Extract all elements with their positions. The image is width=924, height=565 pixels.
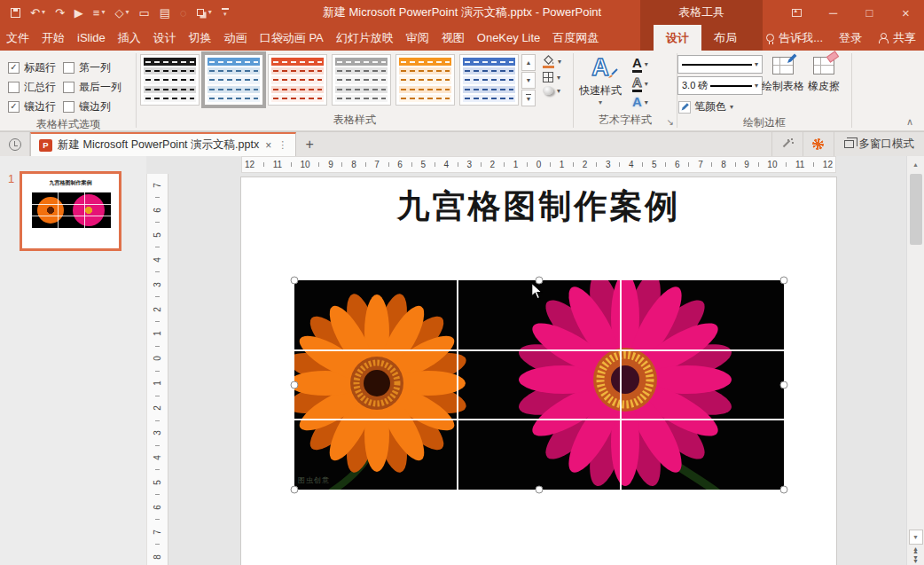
tab-口袋动画 PA[interactable]: 口袋动画 PA [254,25,330,51]
gallery-down-button[interactable]: ▼ [521,72,536,89]
tab-视图[interactable]: 视图 [435,25,471,51]
checkbox-第一列[interactable]: 第一列 [63,58,121,77]
checkbox-最后一列[interactable]: 最后一列 [63,77,121,97]
quick-styles-button[interactable]: A 快速样式 ▾ [574,54,627,106]
minimize-button[interactable]: ─ [815,0,851,25]
undo-button[interactable]: ↶▾ [30,7,45,19]
tab-OneKey Lite[interactable]: OneKey Lite [471,25,547,51]
tab-开始[interactable]: 开始 [35,25,71,51]
tab-设计[interactable]: 设计 [654,25,701,51]
selection-handle[interactable] [291,381,299,389]
checkbox-icon [63,82,74,93]
pen-color-button[interactable]: 笔颜色 ▾ [677,99,763,114]
table-style-orange[interactable] [395,54,455,106]
document-tab[interactable]: P 新建 Microsoft PowerPoint 演示文稿.pptx × ⋮ [30,132,296,156]
checkbox-icon [63,101,74,113]
gallery-up-button[interactable]: ▲ [521,54,536,71]
tab-审阅[interactable]: 审阅 [400,25,435,51]
table-grid-line [620,280,622,490]
pen-style-dropdown[interactable]: ▾ [677,55,763,74]
ribbon-display-options-button[interactable] [779,0,815,25]
table-style-blue[interactable] [459,54,519,106]
save-button[interactable] [11,8,20,18]
tab-动画[interactable]: 动画 [218,25,254,51]
redo-button[interactable]: ↷ [55,7,65,19]
pen-color-icon [678,101,691,114]
borders-button[interactable]: ▾ [543,72,561,82]
ruler-number: 3 [606,160,611,169]
shapes-button[interactable]: ◇▾ [114,7,129,19]
list-tool-button[interactable]: ≡▾ [93,7,106,19]
text-outline-button[interactable]: A▾ [632,75,648,92]
tab-设计[interactable]: 设计 [147,25,183,51]
table-style-gray[interactable] [332,54,391,106]
shading-button[interactable]: ▾ [543,55,561,68]
checkbox-汇总行[interactable]: 汇总行 [8,77,56,97]
scroll-up-button[interactable]: ▲ [908,156,924,172]
magic-wand-button[interactable] [771,132,803,156]
scroll-down-button[interactable]: ▼ [909,530,923,545]
draw-table-button[interactable]: 绘制表格 [763,54,803,94]
ruler-number: 4 [153,455,162,460]
group-divider [851,53,852,128]
slide-title-textbox[interactable]: 九宫格图制作案例 [241,184,836,229]
ruler-number: 2 [153,405,162,411]
selection-handle[interactable] [536,486,544,494]
table-style-blue-light[interactable] [204,54,263,106]
tab-百度网盘[interactable]: 百度网盘 [546,25,605,51]
text-fill-icon: A [632,56,642,73]
slide-thumbnail[interactable]: 九宫格图制作案例 [20,171,121,251]
table-style-orange-red[interactable] [268,54,327,106]
selected-table[interactable]: 图虫创意 [294,280,784,490]
selection-handle[interactable] [780,277,788,285]
tab-文件[interactable]: 文件 [0,25,35,51]
selection-handle[interactable] [780,486,788,494]
new-tab-button[interactable]: + [296,132,323,156]
tab-iSlide[interactable]: iSlide [71,25,112,51]
previous-slide-button[interactable]: ▲▲ [912,547,919,554]
selection-handle[interactable] [291,277,299,285]
selection-handle[interactable] [780,381,788,389]
quick-access-toolbar: ↶▾ ↷ ▶ ≡▾ ◇▾ ▭ ▤ ◌ ▾ ▾ [0,0,229,25]
sign-in-button[interactable]: 登录 [831,25,870,51]
tab-幻灯片放映[interactable]: 幻灯片放映 [330,25,400,51]
dialog-launcher-icon[interactable]: ↘ [667,117,674,127]
share-button[interactable]: 共享 [870,25,924,51]
checkbox-镶边列[interactable]: 镶边列 [63,97,121,116]
eraser-button[interactable]: 橡皮擦 [803,54,844,94]
tab-bar-right: 多窗口模式 [771,132,924,156]
arrange-button[interactable]: ▾ [197,9,212,16]
tell-me-button[interactable]: 告诉我... [758,25,831,51]
group-draw-borders: ▾ 3.0 磅▾ 笔颜色 ▾ 绘制表格 橡皮擦 绘制边框 [677,51,851,130]
checkbox-标题行[interactable]: ✓标题行 [8,58,56,77]
tab-more-icon[interactable]: ⋮ [278,139,287,151]
selection-handle[interactable] [291,486,299,494]
collapse-ribbon-button[interactable]: ∧ [906,116,913,128]
history-button[interactable] [0,132,30,156]
tab-插入[interactable]: 插入 [112,25,147,51]
scrollbar-thumb[interactable] [910,174,922,245]
dotted-circle-icon: ◌ [180,7,187,19]
slide[interactable]: 九宫格图制作案例 [241,177,836,565]
gallery-more-button[interactable]: ▼ [521,90,536,106]
checkbox-镶边行[interactable]: ✓镶边行 [8,97,56,116]
pen-weight-dropdown[interactable]: 3.0 磅▾ [677,76,763,95]
text-effects-button[interactable]: A▾ [632,95,648,109]
customize-qat-button[interactable]: ▾ [222,8,229,17]
settings-button[interactable] [803,132,834,156]
contextual-tab-group: 设计布局 [640,25,763,51]
effects-button[interactable]: ▾ [543,86,561,95]
new-slide-button[interactable]: ▤ [160,7,170,19]
multi-window-mode-button[interactable]: 多窗口模式 [834,132,924,156]
maximize-button[interactable]: □ [851,0,888,25]
close-button[interactable]: × [888,0,924,25]
text-fill-button[interactable]: A▾ [632,56,648,73]
tab-布局[interactable]: 布局 [701,25,749,51]
tab-切换[interactable]: 切换 [183,25,218,51]
ribbon-display-options-icon [792,9,802,17]
close-tab-icon[interactable]: × [264,139,272,152]
text-box-button[interactable]: ▭ [138,7,149,19]
table-style-black[interactable] [140,54,200,106]
next-slide-button[interactable]: ▼▼ [912,556,919,563]
start-slideshow-button[interactable]: ▶ [74,7,83,19]
